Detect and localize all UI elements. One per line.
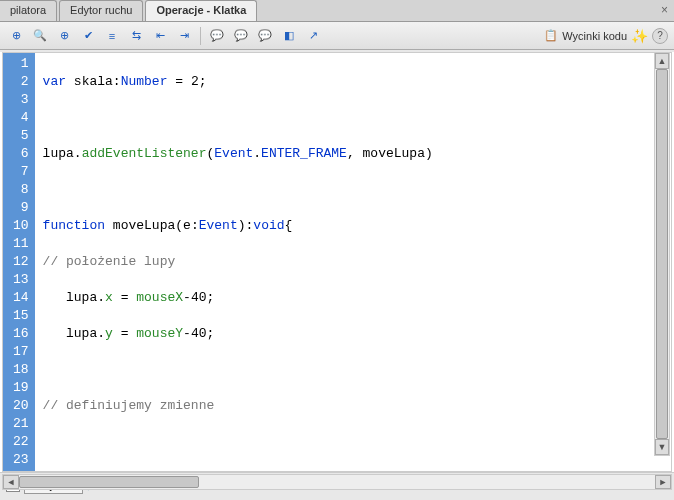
line-number: 16 — [13, 325, 29, 343]
check-icon[interactable]: ✔ — [78, 26, 98, 46]
code-text[interactable]: var skala:Number = 2; lupa.addEventListe… — [35, 53, 671, 471]
scroll-thumb[interactable] — [19, 476, 199, 488]
tab-motion-editor[interactable]: Edytor ruchu — [59, 0, 143, 21]
goto-icon[interactable]: ↗ — [303, 26, 323, 46]
line-number: 13 — [13, 271, 29, 289]
line-number: 24 — [13, 469, 29, 472]
horizontal-scrollbar[interactable]: ◄ ► — [2, 474, 672, 490]
tab-operations-frame[interactable]: Operacje - Klatka — [145, 0, 257, 21]
line-number: 18 — [13, 361, 29, 379]
code-snippets-button[interactable]: 📋 Wycinki kodu — [544, 29, 627, 42]
comment-orange-icon[interactable]: 💬 — [231, 26, 251, 46]
line-number: 22 — [13, 433, 29, 451]
line-number: 10 — [13, 217, 29, 235]
line-number: 5 — [13, 127, 29, 145]
wand-icon[interactable]: ✨ — [631, 28, 648, 44]
line-number: 7 — [13, 163, 29, 181]
line-number: 11 — [13, 235, 29, 253]
add-icon[interactable]: ⊕ — [6, 26, 26, 46]
line-number: 6 — [13, 145, 29, 163]
comment-block-icon[interactable]: 💬 — [207, 26, 227, 46]
line-number: 2 — [13, 73, 29, 91]
vertical-scrollbar[interactable]: ▲ ▼ — [654, 52, 670, 456]
tab-bar: pilatora Edytor ruchu Operacje - Klatka … — [0, 0, 674, 22]
scroll-thumb[interactable] — [656, 69, 668, 439]
line-number: 12 — [13, 253, 29, 271]
scroll-right-icon[interactable]: ► — [655, 475, 671, 489]
help-icon[interactable]: ? — [652, 28, 668, 44]
line-number: 8 — [13, 181, 29, 199]
close-icon[interactable]: × — [661, 3, 668, 17]
collapse-icon[interactable]: ⇆ — [126, 26, 146, 46]
find-icon[interactable]: 🔍 — [30, 26, 50, 46]
line-number: 15 — [13, 307, 29, 325]
line-number: 23 — [13, 451, 29, 469]
indent-icon[interactable]: ⇥ — [174, 26, 194, 46]
breakpoint-icon[interactable]: ◧ — [279, 26, 299, 46]
line-number: 17 — [13, 343, 29, 361]
snippets-icon: 📋 — [544, 29, 558, 42]
target-icon[interactable]: ⊕ — [54, 26, 74, 46]
line-number: 20 — [13, 397, 29, 415]
format-icon[interactable]: ≡ — [102, 26, 122, 46]
editor: 1 2 3 4 5 6 7 8 9 10 11 12 13 14 15 16 1… — [0, 52, 674, 472]
tab-compiler[interactable]: pilatora — [0, 0, 57, 21]
snippets-label: Wycinki kodu — [562, 30, 627, 42]
line-number: 3 — [13, 91, 29, 109]
line-number: 21 — [13, 415, 29, 433]
outdent-icon[interactable]: ⇤ — [150, 26, 170, 46]
toolbar: ⊕ 🔍 ⊕ ✔ ≡ ⇆ ⇤ ⇥ 💬 💬 💬 ◧ ↗ 📋 Wycinki kodu… — [0, 22, 674, 50]
line-number: 4 — [13, 109, 29, 127]
scroll-down-icon[interactable]: ▼ — [655, 439, 669, 455]
scroll-left-icon[interactable]: ◄ — [3, 475, 19, 489]
line-number: 19 — [13, 379, 29, 397]
scroll-up-icon[interactable]: ▲ — [655, 53, 669, 69]
line-number: 14 — [13, 289, 29, 307]
comment-icon[interactable]: 💬 — [255, 26, 275, 46]
line-number: 1 — [13, 55, 29, 73]
line-gutter: 1 2 3 4 5 6 7 8 9 10 11 12 13 14 15 16 1… — [3, 53, 35, 471]
code-area[interactable]: 1 2 3 4 5 6 7 8 9 10 11 12 13 14 15 16 1… — [2, 52, 672, 472]
separator — [200, 27, 201, 45]
line-number: 9 — [13, 199, 29, 217]
